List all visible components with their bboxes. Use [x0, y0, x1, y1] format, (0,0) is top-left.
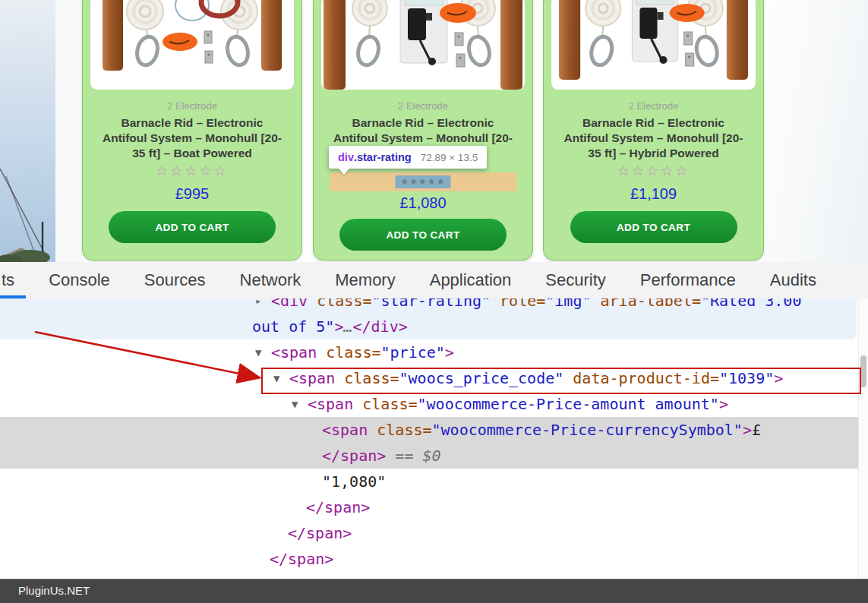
code-token-tag: > [719, 395, 728, 413]
code-token-tag: </span> [322, 447, 386, 465]
watermark-bar: PluginUs.NET [0, 579, 868, 603]
tab-console[interactable]: Console [49, 262, 110, 298]
tab-performance[interactable]: Performance [640, 262, 736, 298]
code-token-dim: … [343, 317, 352, 336]
devtools-code-line[interactable]: ▸<div class="star-rating" role="img" ari… [0, 298, 857, 314]
copper-electrode-left [324, 0, 346, 90]
mounting-brackets [204, 31, 213, 63]
scrollbar-thumb[interactable] [860, 355, 866, 387]
product-card[interactable]: 2 Electrode Barnacle Rid – Electronic An… [313, 0, 533, 260]
code-token-val: "woocs_price_code" [399, 369, 564, 387]
star-rating: ☆☆☆☆☆ [83, 163, 301, 179]
product-category[interactable]: 2 Electrode [83, 97, 301, 115]
product-price: £995 [83, 184, 301, 204]
code-token-attr: class= [368, 421, 431, 439]
code-token-val: "woocommerce-Price-currencySymbol" [432, 421, 743, 439]
product-category[interactable]: 2 Electrode [314, 97, 532, 115]
product-image[interactable] [551, 0, 756, 90]
tab-application[interactable]: Application [430, 262, 512, 298]
devtools-scrollbar[interactable] [858, 298, 868, 579]
code-token-attr: class= [335, 369, 399, 387]
product-card[interactable]: 2 Electrode Barnacle Rid – Electronic An… [82, 0, 302, 260]
orange-float-tag [163, 33, 197, 51]
devtools-code-line[interactable]: <span class="woocommerce-Price-currencyS… [0, 417, 859, 443]
shop-page: 2 Electrode Barnacle Rid – Electronic An… [0, 0, 868, 262]
product-photo-kit [90, 0, 294, 90]
devtools-code-line[interactable]: </span> [0, 520, 868, 546]
devtools-code-line[interactable]: "1,080" [0, 469, 868, 494]
carabiner-left [134, 34, 160, 67]
devtools-code-line[interactable]: ▼<span class="price"> [0, 339, 868, 365]
code-token-tag: </div> [352, 317, 407, 336]
product-price: £1,109 [544, 184, 763, 204]
copper-electrode-left [559, 0, 580, 80]
product-title[interactable]: Barnacle Rid – Electronic Antifoul Syste… [544, 115, 763, 161]
inspect-tooltip: div.star-rating 72.89 × 13.5 [329, 146, 487, 169]
code-token-attr: class= [353, 395, 417, 413]
code-token-tri: ▸ [255, 298, 271, 314]
product-photo-kit [551, 0, 756, 90]
code-token-tag: <span [322, 421, 368, 439]
code-token-tag: <span [271, 343, 317, 361]
product-card[interactable]: 2 Electrode Barnacle Rid – Electronic An… [543, 0, 764, 260]
code-token-tri: ▼ [255, 339, 271, 365]
code-token-attr: data-product-id= [563, 369, 719, 387]
inspect-tooltip-tag: div [338, 151, 354, 163]
code-token-tag: <span [289, 369, 335, 387]
copper-electrode-right [261, 0, 282, 71]
product-category[interactable]: 2 Electrode [544, 97, 763, 115]
copper-electrode-left [103, 0, 123, 71]
devtools-code-line[interactable]: ▼<span class="woocs_price_code" data-pro… [0, 365, 868, 391]
code-token-dim: == $0 [386, 447, 440, 465]
code-token-val: "Rated 3.00 [701, 298, 801, 310]
inspect-tooltip-class: .star-rating [354, 151, 412, 163]
code-token-tag: </span> [306, 498, 370, 516]
devtools-tab-bar: tsConsoleSourcesNetworkMemoryApplication… [0, 262, 868, 299]
devtools-code-line[interactable]: </span> == $0 [0, 443, 859, 469]
tab-memory[interactable]: Memory [335, 262, 395, 298]
orange-float-tag [670, 4, 705, 22]
inspect-tooltip-dimensions: 72.89 × 13.5 [421, 152, 478, 163]
tab-sources[interactable]: Sources [144, 262, 206, 298]
devtools-code-line[interactable]: </span> [0, 494, 868, 520]
code-token-tag: > [743, 421, 752, 439]
screenshot-stage: 2 Electrode Barnacle Rid – Electronic An… [0, 0, 868, 603]
add-to-cart-button[interactable]: ADD TO CART [109, 211, 276, 243]
devtools-panel: tsConsoleSourcesNetworkMemoryApplication… [0, 262, 868, 603]
product-image[interactable] [321, 0, 525, 90]
rope-coil-left [586, 0, 620, 26]
code-token-tri: ▼ [273, 365, 289, 391]
rope-coil-left [127, 0, 163, 30]
mounting-brackets [684, 32, 694, 66]
product-image[interactable] [90, 0, 294, 90]
code-token-val: "price" [381, 343, 445, 361]
code-token-tri: ▼ [292, 391, 308, 417]
product-title[interactable]: Barnacle Rid – Electronic Antifoul Syste… [83, 115, 301, 161]
code-token-val: "1039" [719, 369, 774, 387]
code-token-val: "woocommerce-Price-amount amount" [418, 395, 719, 413]
mounting-brackets [455, 33, 465, 67]
devtools-dom-tree: ▸<div class="star-rating" role="img" ari… [0, 298, 868, 603]
devtools-code-line[interactable]: out of 5">…</div> [0, 314, 857, 339]
add-to-cart-button[interactable]: ADD TO CART [339, 219, 507, 251]
star-rating: ☆☆☆☆☆ [544, 163, 763, 179]
code-token-val: out of 5" [252, 317, 334, 336]
rope-coil-left [352, 0, 387, 26]
tab-network[interactable]: Network [240, 262, 301, 298]
product-photo-kit [321, 0, 525, 90]
tab-ts[interactable]: ts [2, 262, 14, 298]
product-info: 2 Electrode Barnacle Rid – Electronic An… [544, 90, 763, 243]
code-token-txt: "1,080" [322, 472, 386, 491]
devtools-code-line[interactable]: ▼<span class="woocommerce-Price-amount a… [0, 391, 868, 417]
devtools-code-line[interactable]: </span> [0, 546, 868, 572]
code-token-txt: £ [752, 421, 761, 439]
product-info: 2 Electrode Barnacle Rid – Electronic An… [83, 90, 301, 243]
tab-audits[interactable]: Audits [770, 262, 816, 298]
code-token-val: "img" [545, 298, 591, 310]
sky-photo [0, 0, 55, 262]
tab-security[interactable]: Security [545, 262, 605, 298]
code-token-attr: aria-label= [591, 298, 701, 310]
code-token-tag: </span> [270, 550, 333, 568]
add-to-cart-button[interactable]: ADD TO CART [570, 211, 737, 243]
code-token-tag: <span [308, 395, 353, 413]
